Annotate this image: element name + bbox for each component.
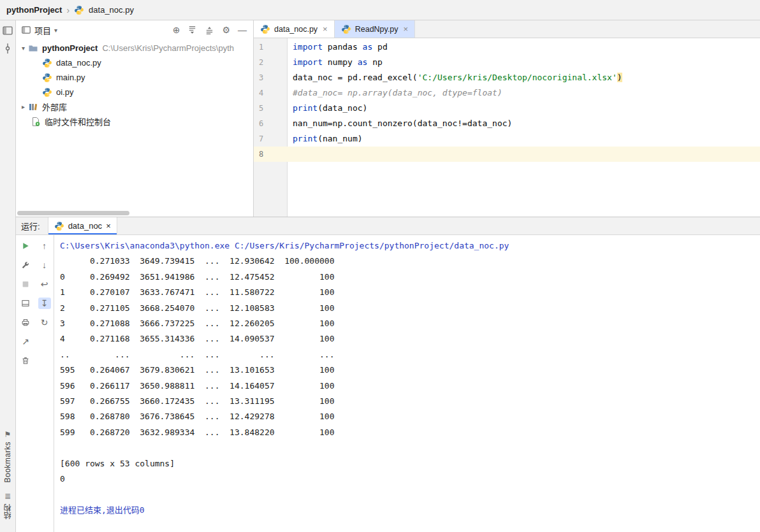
python-file-icon — [42, 73, 52, 83]
code-line-active: 8 — [254, 147, 760, 162]
python-file-icon — [341, 24, 351, 34]
close-icon[interactable]: × — [323, 24, 328, 34]
code-editor[interactable]: 1 import pandas as pd 2 import numpy as … — [254, 38, 760, 217]
structure-tool-button[interactable]: ≣ 结构 — [3, 492, 13, 519]
code-text: nan_num=np.count_nonzero(data_noc!=data_… — [287, 116, 512, 131]
tree-item-oi-py[interactable]: oi.py — [16, 85, 253, 99]
console-output-area[interactable]: C:\Users\Kris\anaconda3\python.exe C:/Us… — [54, 235, 760, 532]
print-button[interactable] — [19, 317, 32, 328]
chevron-down-icon[interactable]: ▾ — [54, 27, 57, 34]
line-number[interactable]: 7 — [254, 131, 287, 147]
line-number[interactable]: 4 — [254, 85, 287, 101]
project-panel-actions: ⊕ ⚙ — — [173, 25, 247, 35]
horizontal-scrollbar[interactable] — [17, 211, 129, 215]
tree-item-label: main.py — [56, 73, 85, 82]
tree-item-label: oi.py — [56, 87, 73, 97]
line-number[interactable]: 2 — [254, 55, 287, 70]
run-panel: 运行: data_noc × ↗ — [16, 217, 760, 532]
tab-data-noc-py[interactable]: data_noc.py × — [254, 20, 335, 38]
tree-item-label: data_noc.py — [56, 58, 101, 68]
project-panel-title[interactable]: 项目 — [34, 24, 51, 36]
run-tab-data-noc[interactable]: data_noc × — [48, 217, 117, 234]
code-line: 5 print(data_noc) — [254, 101, 760, 116]
console-command-line: C:\Users\Kris\anaconda3\python.exe C:/Us… — [60, 238, 754, 254]
code-text: #data_noc= np.array(data_noc, dtype=floa… — [287, 85, 502, 101]
chevron-right-icon[interactable]: ▸ — [18, 103, 28, 110]
restore-layout-button[interactable] — [19, 298, 32, 309]
down-stacktrace-button[interactable]: ↓ — [38, 259, 51, 271]
python-file-icon — [42, 58, 52, 68]
hide-panel-button[interactable]: — — [238, 25, 247, 34]
code-text: print(nan_num) — [287, 131, 363, 147]
up-stacktrace-button[interactable]: ↑ — [38, 240, 51, 252]
close-icon[interactable]: × — [404, 24, 409, 34]
line-number[interactable]: 6 — [254, 116, 287, 131]
folder-icon — [28, 43, 38, 54]
breadcrumb-file[interactable]: data_noc.py — [89, 5, 134, 15]
settings-gear-icon[interactable]: ⚙ — [222, 25, 230, 34]
commit-tool-window-icon[interactable] — [2, 43, 13, 54]
left-tool-stripe: ⚑ Bookmarks ≣ 结构 — [0, 20, 16, 532]
structure-icon: ≣ — [4, 492, 11, 501]
tab-label: data_noc.py — [274, 25, 318, 34]
line-number[interactable]: 5 — [254, 101, 287, 116]
code-text — [287, 147, 293, 162]
bookmarks-tool-button[interactable]: ⚑ Bookmarks — [3, 430, 12, 483]
soft-wrap-button[interactable]: ↩ — [38, 278, 51, 290]
console-history-button[interactable]: ↻ — [38, 317, 51, 328]
project-view-icon — [21, 25, 31, 35]
code-line: 2 import numpy as np — [254, 55, 760, 70]
pycharm-window: pythonProject › data_noc.py ⚑ Bookmarks … — [0, 0, 760, 532]
collapse-all-button[interactable] — [205, 25, 214, 35]
code-line: 6 nan_num=np.count_nonzero(data_noc!=dat… — [254, 116, 760, 131]
run-tab-label: data_noc — [68, 221, 103, 231]
tree-item-scratches[interactable]: 临时文件和控制台 — [16, 114, 253, 129]
code-line: 4 #data_noc= np.array(data_noc, dtype=fl… — [254, 85, 760, 101]
tree-item-main-py[interactable]: main.py — [16, 70, 253, 85]
project-panel: 项目 ▾ ⊕ ⚙ — ▾ — [16, 20, 254, 217]
scroll-to-end-button[interactable]: ↧ — [38, 298, 51, 309]
chevron-down-icon[interactable]: ▾ — [18, 45, 28, 52]
run-panel-body: ↗ ↑ ↓ ↩ ↧ ↻ C:\Users\Kris\anaconda3\pyth… — [16, 235, 760, 532]
code-text: import numpy as np — [287, 55, 383, 70]
tree-item-label: 外部库 — [42, 101, 67, 113]
breadcrumb-project[interactable]: pythonProject — [6, 5, 62, 15]
run-panel-label: 运行: — [21, 220, 40, 232]
bookmarks-label: Bookmarks — [3, 442, 12, 483]
clear-console-button[interactable] — [19, 355, 32, 366]
main-area: ⚑ Bookmarks ≣ 结构 项目 ▾ ⊕ — [0, 20, 760, 532]
tree-item-label: 临时文件和控制台 — [45, 115, 111, 127]
tree-root-name: pythonProject — [42, 43, 98, 53]
code-text: import pandas as pd — [287, 40, 388, 55]
bookmark-icon: ⚑ — [4, 430, 11, 439]
tree-root-path: C:\Users\Kris\PycharmProjects\pyth — [102, 43, 234, 53]
run-toolbar-main: ↗ — [16, 235, 35, 532]
breadcrumb-bar: pythonProject › data_noc.py — [0, 0, 760, 20]
tree-item-data-noc-py[interactable]: data_noc.py — [16, 55, 253, 70]
tree-item-external-libraries[interactable]: ▸ 外部库 — [16, 99, 253, 114]
rerun-button[interactable] — [19, 240, 32, 252]
tab-readnpy-py[interactable]: ReadNpy.py × — [335, 20, 415, 38]
python-file-icon — [42, 87, 52, 97]
line-number[interactable]: 8 — [254, 147, 287, 162]
expand-all-button[interactable] — [187, 25, 197, 35]
python-file-icon — [54, 221, 64, 231]
line-number[interactable]: 3 — [254, 70, 287, 85]
project-tool-window-icon[interactable] — [2, 25, 13, 36]
structure-label: 结构 — [3, 503, 13, 519]
close-icon[interactable]: × — [106, 221, 111, 231]
project-tree: ▾ pythonProject C:\Users\Kris\PycharmPro… — [16, 40, 253, 129]
scratch-file-icon — [31, 117, 41, 127]
upper-split: 项目 ▾ ⊕ ⚙ — ▾ — [16, 20, 760, 217]
tree-root-pythonproject[interactable]: ▾ pythonProject C:\Users\Kris\PycharmPro… — [16, 41, 253, 55]
pin-tab-button[interactable]: ↗ — [19, 336, 32, 347]
code-line: 1 import pandas as pd — [254, 40, 760, 55]
locate-file-button[interactable]: ⊕ — [173, 25, 180, 34]
console-stdout: 0.271033 3649.739415 ... 12.930642 100.0… — [60, 254, 754, 487]
editor-tab-bar: data_noc.py × ReadNpy.py × — [254, 20, 760, 38]
code-line: 7 print(nan_num) — [254, 131, 760, 147]
line-number[interactable]: 1 — [254, 40, 287, 55]
python-file-icon — [74, 5, 84, 15]
stop-button[interactable] — [19, 278, 32, 290]
edit-configuration-button[interactable] — [19, 259, 32, 271]
